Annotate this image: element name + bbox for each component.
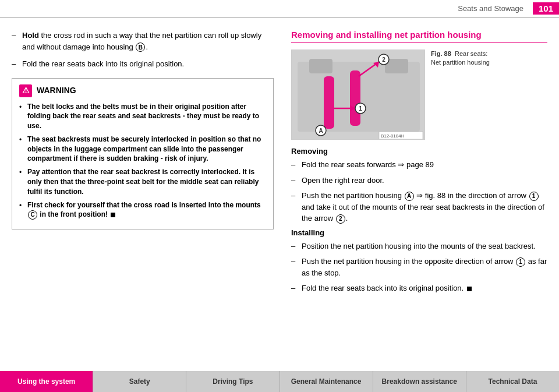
footer-label-technical-data: Technical Data bbox=[489, 377, 537, 386]
installing-text-3: Fold the rear seats back into its origin… bbox=[302, 282, 547, 294]
svg-rect-2 bbox=[309, 59, 332, 73]
bullet-dot-1: • bbox=[19, 103, 27, 112]
bullet-fold-left: – Fold the rear seats back into its orig… bbox=[12, 58, 274, 70]
footer-item-using-system[interactable]: Using the system bbox=[0, 371, 93, 392]
installing-bullet-2: – Push the net partition housing in the … bbox=[291, 256, 547, 278]
dash-i1: – bbox=[291, 241, 302, 252]
ref-1-installing: 1 bbox=[516, 257, 525, 267]
figure-image: 2 1 A B12-0184H bbox=[291, 50, 425, 140]
warning-bullet-4: • First check for yourself that the cros… bbox=[19, 200, 266, 220]
warning-text-2: The seat backrests must be securely inte… bbox=[27, 135, 266, 164]
dash-i3: – bbox=[291, 282, 302, 294]
svg-text:B12-0184H: B12-0184H bbox=[381, 133, 405, 139]
svg-rect-4 bbox=[324, 76, 334, 129]
ref-2-removing: 2 bbox=[336, 214, 345, 224]
bullet-hold: – Hold the cross rod in such a way that … bbox=[12, 30, 274, 52]
footer-item-driving-tips[interactable]: Driving Tips bbox=[186, 371, 280, 392]
bullet-dot-4: • bbox=[19, 201, 27, 211]
warning-text-3: Pay attention that the rear seat backres… bbox=[27, 167, 266, 196]
figure-svg: 2 1 A B12-0184H bbox=[292, 50, 425, 140]
section-title: Removing and installing net partition ho… bbox=[291, 30, 547, 43]
footer-label-driving-tips: Driving Tips bbox=[213, 377, 253, 386]
svg-text:2: 2 bbox=[382, 56, 385, 63]
installing-bullet-1: – Position the net partition housing int… bbox=[291, 241, 547, 252]
removing-text-2: Open the right rear door. bbox=[302, 175, 547, 186]
installing-text-2: Push the net partition housing in the op… bbox=[302, 256, 547, 278]
warning-box: ⚠ WARNING • The belt locks and the belts… bbox=[12, 78, 274, 230]
svg-text:A: A bbox=[319, 128, 323, 134]
warning-title-bar: ⚠ WARNING bbox=[19, 84, 266, 97]
warning-icon: ⚠ bbox=[19, 84, 32, 97]
page-number: 101 bbox=[533, 2, 559, 15]
warning-bullet-2: • The seat backrests must be securely in… bbox=[19, 135, 266, 164]
footer-item-safety[interactable]: Safety bbox=[93, 371, 186, 392]
stop-square-right bbox=[467, 287, 472, 291]
stop-square bbox=[111, 213, 115, 217]
footer-label-using-system: Using the system bbox=[17, 377, 75, 386]
svg-rect-5 bbox=[350, 70, 360, 126]
warning-bullet-3: • Pay attention that the rear seat backr… bbox=[19, 167, 266, 196]
figure-area: 2 1 A B12-0184H Fig. 88 Rear seats: Net … bbox=[291, 50, 547, 140]
footer-label-breakdown: Breakdown assistance bbox=[382, 377, 457, 386]
warning-text-1: The belt locks and the belts must be in … bbox=[27, 102, 266, 131]
dash-i2: – bbox=[291, 256, 302, 278]
installing-text-1: Position the net partition housing into … bbox=[302, 241, 547, 252]
footer-item-breakdown[interactable]: Breakdown assistance bbox=[373, 371, 466, 392]
dash-1: – bbox=[12, 30, 22, 52]
warning-bullet-1: • The belt locks and the belts must be i… bbox=[19, 102, 266, 131]
dash-r2: – bbox=[291, 175, 302, 186]
bullet-hold-text: Hold the cross rod in such a way that th… bbox=[22, 30, 274, 52]
bullet-dot-3: • bbox=[19, 168, 27, 178]
removing-text-1: Fold the rear seats forwards ⇒ page 89 bbox=[302, 159, 547, 171]
ref-b: B bbox=[136, 43, 145, 52]
removing-text-3: Push the net partition housing A ⇒ fig. … bbox=[302, 190, 547, 224]
removing-title: Removing bbox=[291, 147, 547, 156]
ref-1-removing: 1 bbox=[529, 192, 539, 201]
bold-hold: Hold bbox=[22, 31, 39, 40]
dash-r3: – bbox=[291, 190, 302, 224]
removing-bullet-1: – Fold the rear seats forwards ⇒ page 89 bbox=[291, 159, 547, 171]
left-column: – Hold the cross rod in such a way that … bbox=[12, 24, 274, 360]
installing-title: Installing bbox=[291, 228, 547, 237]
footer-item-general-maintenance[interactable]: General Maintenance bbox=[280, 371, 373, 392]
bullet-fold-text: Fold the rear seats back into its origin… bbox=[22, 58, 274, 70]
footer-label-safety: Safety bbox=[129, 377, 150, 386]
ref-c: C bbox=[28, 210, 37, 220]
removing-bullet-2: – Open the right rear door. bbox=[291, 175, 547, 186]
figure-number: Fig. 88 bbox=[431, 50, 451, 57]
chapter-title: Seats and Stowage bbox=[458, 4, 523, 13]
ref-a-right: A bbox=[405, 192, 414, 201]
bullet-dot-2: • bbox=[19, 135, 27, 145]
removing-bullet-3: – Push the net partition housing A ⇒ fig… bbox=[291, 190, 547, 224]
svg-text:1: 1 bbox=[359, 105, 362, 112]
installing-bullet-3: – Fold the rear seats back into its orig… bbox=[291, 282, 547, 294]
footer-nav: Using the system Safety Driving Tips Gen… bbox=[0, 371, 559, 392]
warning-label: WARNING bbox=[37, 84, 76, 97]
dash-2: – bbox=[12, 58, 22, 70]
right-column: Removing and installing net partition ho… bbox=[291, 24, 547, 360]
warning-text-4: First check for yourself that the cross … bbox=[27, 200, 266, 220]
main-content: – Hold the cross rod in such a way that … bbox=[0, 18, 559, 360]
footer-item-technical-data[interactable]: Technical Data bbox=[466, 371, 559, 392]
figure-caption: Fig. 88 Rear seats: Net partition housin… bbox=[431, 50, 495, 68]
page-header: Seats and Stowage 101 bbox=[0, 0, 559, 18]
dash-r1: – bbox=[291, 159, 302, 171]
footer-label-general-maintenance: General Maintenance bbox=[291, 377, 362, 386]
